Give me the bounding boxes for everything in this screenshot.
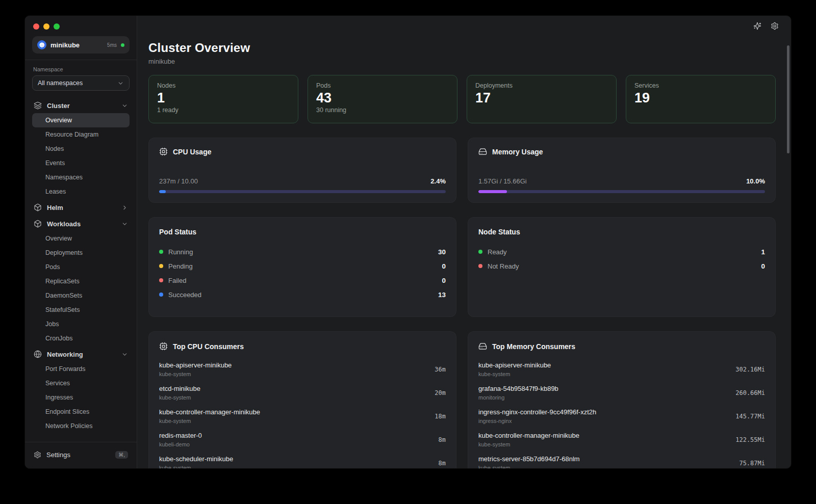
consumer-row[interactable]: kube-controller-manager-minikube kube-sy… (478, 428, 765, 452)
stat-cards: Nodes 1 1 ready Pods 43 30 running Deplo… (148, 75, 776, 123)
sidebar-item[interactable]: Network Policies (32, 419, 130, 433)
sidebar-item[interactable]: Pods (32, 260, 130, 274)
consumer-row[interactable]: kube-apiserver-minikube kube-system 302.… (478, 358, 765, 381)
close-button[interactable] (33, 23, 39, 30)
sidebar-item[interactable]: Events (32, 156, 130, 170)
cpu-progress-fill (159, 190, 166, 193)
sidebar-item[interactable]: DaemonSets (32, 288, 130, 303)
chevron-down-icon (121, 102, 128, 109)
namespace-label: Namespace (33, 66, 129, 72)
stat-card: Nodes 1 1 ready (148, 75, 298, 123)
sidebar-item[interactable]: Overview (32, 231, 130, 246)
gear-icon[interactable] (771, 22, 779, 30)
top-memory-consumers-card: Top Memory Consumers kube-apiserver-mini… (468, 331, 776, 468)
cluster-name: minikube (50, 41, 80, 49)
sidebar-section-workloads[interactable]: Workloads (32, 216, 130, 231)
minimize-button[interactable] (43, 23, 49, 30)
status-dot (159, 278, 163, 282)
sidebar-item[interactable]: Overview (32, 113, 130, 127)
cluster-status-dot (121, 43, 124, 47)
globe-icon (34, 350, 42, 358)
sidebar-item[interactable]: Deployments (32, 246, 130, 260)
consumer-row[interactable]: metrics-server-85b7d694d7-68nlm kube-sys… (478, 452, 765, 468)
settings-button[interactable]: Settings ⌘, (32, 447, 130, 462)
sidebar-section-helm[interactable]: Helm (32, 200, 130, 215)
chevron-down-icon (121, 221, 128, 227)
divider (25, 60, 137, 60)
cube-icon (34, 220, 42, 228)
status-dot (159, 250, 163, 254)
sidebar-section-networking[interactable]: Networking (32, 347, 130, 362)
chevron-right-icon (121, 204, 128, 211)
sidebar-item[interactable]: Leases (32, 184, 130, 199)
status-row: Succeeded 13 (159, 287, 446, 302)
main-content: Cluster Overview minikube Nodes 1 1 read… (137, 16, 791, 468)
app-window: ☸ minikube 5ms Namespace All namespaces … (24, 15, 792, 469)
gear-icon (34, 451, 41, 459)
node-status-card: Node Status Ready 1 Not Ready 0 (468, 217, 776, 317)
sidebar-item[interactable]: Resource Diagram (32, 127, 130, 142)
sidebar-nav: Cluster OverviewResource DiagramNodesEve… (32, 98, 130, 442)
consumer-row[interactable]: grafana-54b95847f9-kb89b monitoring 260.… (478, 381, 765, 405)
status-dot (159, 264, 163, 268)
cpu-icon (159, 147, 168, 156)
cluster-latency: 5ms (107, 42, 117, 48)
stat-card: Deployments 17 (467, 75, 617, 123)
sidebar-item[interactable]: CronJobs (32, 331, 130, 346)
sidebar-section-cluster[interactable]: Cluster (32, 98, 130, 113)
cpu-icon (159, 342, 168, 351)
sidebar-item[interactable]: Nodes (32, 142, 130, 156)
status-row: Ready 1 (478, 245, 765, 259)
status-row: Failed 0 (159, 273, 446, 287)
status-dot (478, 250, 482, 254)
cpu-usage-card: CPU Usage 237m / 10.00 2.4% (148, 138, 456, 203)
settings-shortcut-badge: ⌘, (115, 451, 128, 459)
memory-icon (478, 147, 487, 156)
memory-icon (478, 342, 487, 351)
memory-progress-fill (478, 190, 507, 193)
sidebar-item[interactable]: Services (32, 376, 130, 390)
cpu-usage-detail: 237m / 10.00 (159, 177, 198, 185)
stat-card: Pods 43 30 running (308, 75, 457, 123)
memory-progress-bar (478, 190, 765, 193)
namespace-selected-value: All namespaces (38, 79, 83, 87)
memory-usage-percent: 10.0% (746, 177, 765, 185)
consumer-row[interactable]: kube-controller-manager-minikube kube-sy… (159, 405, 446, 428)
layers-icon (34, 101, 42, 110)
cpu-progress-bar (159, 190, 446, 193)
cluster-selector[interactable]: ☸ minikube 5ms (32, 36, 130, 54)
status-row: Pending 0 (159, 259, 446, 273)
status-row: Running 30 (159, 245, 446, 259)
sidebar-item[interactable]: Jobs (32, 317, 130, 331)
package-icon (34, 203, 42, 211)
sparkles-icon[interactable] (753, 22, 761, 30)
consumer-row[interactable]: kube-scheduler-minikube kube-system 8m (159, 452, 446, 468)
consumer-row[interactable]: ingress-nginx-controller-9cc49f96f-xzt2h… (478, 405, 765, 428)
chevron-down-icon (121, 351, 128, 358)
status-row: Not Ready 0 (478, 259, 765, 273)
sidebar-item[interactable]: Ingresses (32, 390, 130, 405)
consumer-row[interactable]: etcd-minikube kube-system 20m (159, 381, 446, 405)
page-title: Cluster Overview (148, 40, 776, 55)
traffic-lights (32, 16, 130, 36)
chevron-down-icon (117, 80, 124, 87)
consumer-row[interactable]: kube-apiserver-minikube kube-system 36m (159, 358, 446, 381)
namespace-select[interactable]: All namespaces (32, 75, 130, 91)
cpu-usage-percent: 2.4% (430, 177, 446, 185)
sidebar-item[interactable]: StatefulSets (32, 303, 130, 317)
status-dot (478, 264, 482, 268)
sidebar-item[interactable]: Port Forwards (32, 362, 130, 376)
memory-usage-card: Memory Usage 1.57Gi / 15.66Gi 10.0% (468, 138, 776, 203)
pod-status-card: Pod Status Running 30 Pending 0 (148, 217, 456, 317)
kubernetes-logo-icon: ☸ (37, 40, 46, 49)
scrollbar-thumb[interactable] (787, 45, 789, 153)
zoom-button[interactable] (54, 23, 60, 30)
sidebar-item[interactable]: ReplicaSets (32, 274, 130, 288)
sidebar: ☸ minikube 5ms Namespace All namespaces … (25, 16, 137, 468)
status-dot (159, 293, 163, 297)
top-cpu-consumers-card: Top CPU Consumers kube-apiserver-minikub… (148, 331, 456, 468)
page-subtitle: minikube (148, 58, 776, 66)
sidebar-item[interactable]: Endpoint Slices (32, 405, 130, 419)
sidebar-item[interactable]: Namespaces (32, 170, 130, 184)
consumer-row[interactable]: redis-master-0 kubeli-demo 8m (159, 428, 446, 452)
